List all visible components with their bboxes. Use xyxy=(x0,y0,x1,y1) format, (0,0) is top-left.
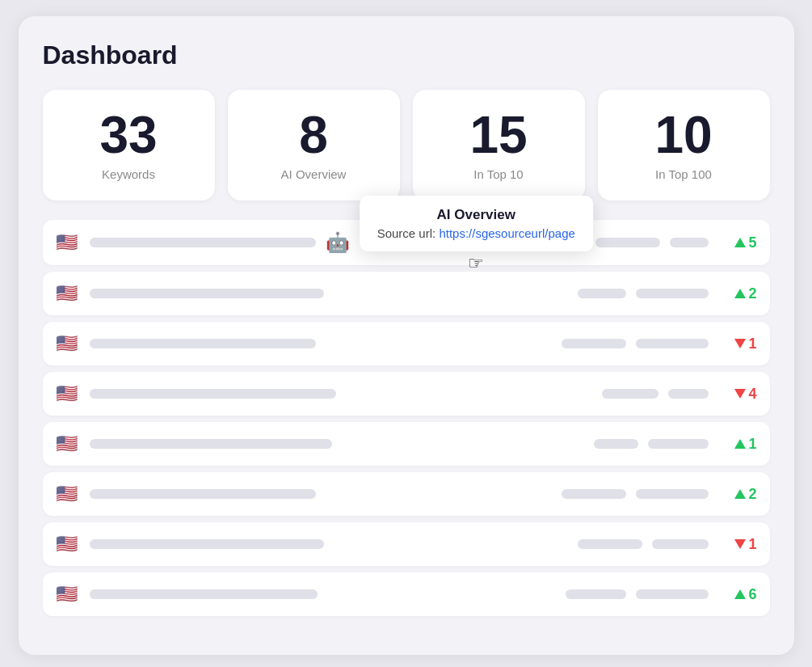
cursor-icon: ☞ xyxy=(468,253,484,274)
keyword-bar xyxy=(90,539,324,549)
rank-bar xyxy=(562,339,626,348)
stat-card-top100: 10 In Top 100 xyxy=(598,90,770,201)
tooltip-title: AI Overview xyxy=(377,207,575,223)
stat-card-top10: 15 In Top 10 xyxy=(413,90,585,201)
flag-icon: 🇺🇸 xyxy=(56,333,80,354)
stat-number-top10: 15 xyxy=(429,109,569,161)
stat-label-keywords: Keywords xyxy=(59,167,199,181)
rank-bar xyxy=(595,238,660,247)
change-value: 1 xyxy=(748,336,756,352)
change-indicator: 1 xyxy=(718,436,757,453)
table-row: 🇺🇸 4 xyxy=(43,372,770,416)
change-indicator: 5 xyxy=(718,234,757,251)
arrow-up-icon xyxy=(734,486,746,503)
table-row: 🇺🇸 1 xyxy=(43,522,770,566)
stat-number-keywords: 33 xyxy=(59,109,199,161)
flag-icon: 🇺🇸 xyxy=(56,433,80,454)
change-bar xyxy=(652,539,709,549)
stat-label-top100: In Top 100 xyxy=(614,167,754,181)
stats-row: 33 Keywords 8 AI Overview 15 In Top 10 1… xyxy=(43,90,770,201)
change-value: 6 xyxy=(748,586,756,603)
table-row: 🇺🇸 1 xyxy=(43,422,770,466)
table-area: 🇺🇸 🤖 5 AI Overview Source url: https://s… xyxy=(43,220,770,623)
stat-label-aioverview: AI Overview xyxy=(244,167,384,181)
change-value: 2 xyxy=(748,486,756,503)
stat-card-aioverview: 8 AI Overview xyxy=(228,90,400,201)
arrow-down-icon xyxy=(734,336,746,352)
keyword-bar xyxy=(90,389,336,399)
rank-bar xyxy=(578,539,642,549)
dashboard-container: Dashboard 33 Keywords 8 AI Overview 15 I… xyxy=(19,16,794,655)
arrow-up-icon xyxy=(734,436,746,453)
change-value: 5 xyxy=(748,234,756,251)
rank-bar xyxy=(594,439,638,449)
page-title: Dashboard xyxy=(43,40,770,70)
rank-bar xyxy=(602,389,658,399)
stat-label-top10: In Top 10 xyxy=(429,167,569,181)
arrow-down-icon xyxy=(734,386,746,403)
rank-bar xyxy=(566,589,626,599)
flag-icon: 🇺🇸 xyxy=(56,483,80,504)
change-indicator: 4 xyxy=(718,386,757,403)
change-bar xyxy=(636,339,709,348)
change-bar xyxy=(636,489,709,499)
keyword-bar xyxy=(90,439,332,449)
rank-bar xyxy=(578,289,626,298)
change-indicator: 2 xyxy=(718,486,757,503)
ai-overview-tooltip: AI Overview Source url: https://sgesourc… xyxy=(360,196,593,251)
tooltip-source-link[interactable]: https://sgesourceurl/page xyxy=(439,226,574,240)
change-bar xyxy=(648,439,709,449)
table-row: 🇺🇸 1 xyxy=(43,322,770,365)
arrow-up-icon xyxy=(734,234,746,251)
change-bar xyxy=(636,589,709,599)
change-indicator: 1 xyxy=(718,336,757,352)
flag-icon: 🇺🇸 xyxy=(56,584,80,605)
tooltip-source: Source url: https://sgesourceurl/page xyxy=(377,226,575,240)
change-value: 4 xyxy=(748,386,756,403)
table-row: 🇺🇸 2 xyxy=(43,472,770,516)
change-indicator: 1 xyxy=(718,536,757,553)
change-indicator: 2 xyxy=(718,285,757,302)
change-indicator: 6 xyxy=(718,586,757,603)
robot-icon: 🤖 xyxy=(326,231,350,254)
flag-icon: 🇺🇸 xyxy=(56,283,80,304)
rank-bar xyxy=(562,489,626,499)
keyword-bar xyxy=(90,489,316,499)
stat-card-keywords: 33 Keywords xyxy=(43,90,215,201)
arrow-down-icon xyxy=(734,536,746,553)
flag-icon: 🇺🇸 xyxy=(56,534,80,555)
change-bar xyxy=(636,289,709,298)
keyword-bar xyxy=(90,289,324,298)
change-value: 1 xyxy=(748,436,756,453)
change-value: 2 xyxy=(748,285,756,302)
keyword-bar xyxy=(90,339,316,348)
stat-number-top100: 10 xyxy=(614,109,754,161)
table-row: 🇺🇸 6 xyxy=(43,572,770,616)
change-bar xyxy=(668,389,709,399)
table-row: 🇺🇸 🤖 5 AI Overview Source url: https://s… xyxy=(43,220,770,265)
tooltip-source-label: Source url: xyxy=(377,226,436,240)
arrow-up-icon xyxy=(734,285,746,302)
table-row: 🇺🇸 2 xyxy=(43,272,770,315)
flag-icon: 🇺🇸 xyxy=(56,232,80,253)
keyword-bar xyxy=(90,238,316,247)
keyword-bar xyxy=(90,589,318,599)
change-value: 1 xyxy=(748,536,756,553)
stat-number-aioverview: 8 xyxy=(244,109,384,161)
arrow-up-icon xyxy=(734,586,746,603)
flag-icon: 🇺🇸 xyxy=(56,383,80,404)
change-bar xyxy=(670,238,709,247)
